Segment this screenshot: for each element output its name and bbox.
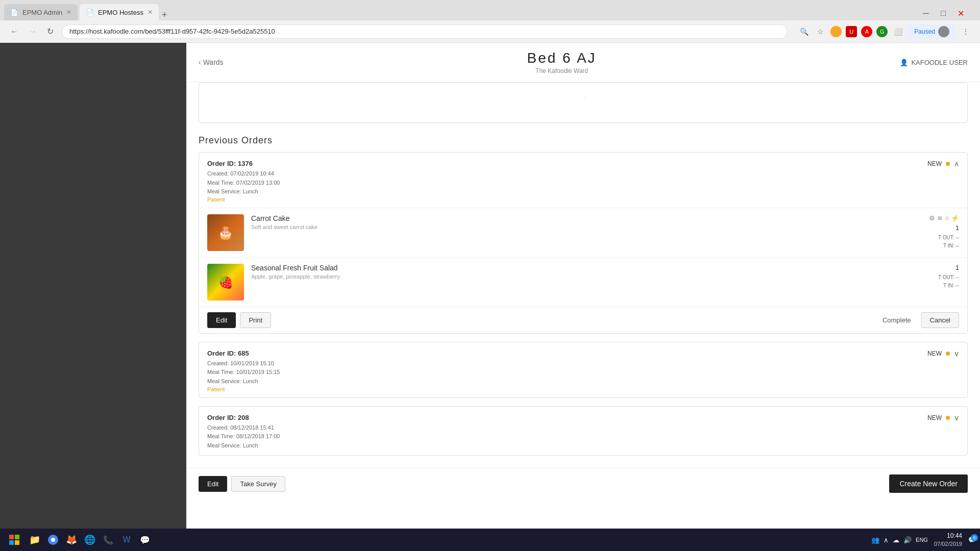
item-image-carrot-cake: 🎂 [207, 214, 244, 251]
order-item-carrot-cake: 🎂 Carrot Cake Soft and sweet carrot cake… [199, 208, 967, 258]
patient-link-685[interactable]: Patient [207, 386, 280, 392]
item-image-fruit-salad: 🍓 [207, 264, 244, 300]
allergen-icon-2: ≋ [937, 214, 943, 222]
paused-button[interactable]: Paused [908, 24, 955, 39]
svg-rect-0 [9, 535, 14, 539]
edit-button-1376[interactable]: Edit [207, 312, 236, 328]
order-created-1376: Created: 07/02/2019 10:44 [207, 169, 280, 179]
order-card-685: Order ID: 685 Created: 10/01/2019 15:10 … [199, 342, 968, 398]
taskbar-firefox[interactable]: 🦊 [63, 532, 80, 548]
taskbar-time: 10:44 [934, 532, 962, 540]
browser-chrome: 📄 EPMO Admin ✕ 📄 EPMO Hostess ✕ + ─ □ ✕ … [0, 0, 980, 43]
section-title-previous-orders: Previous Orders [199, 135, 968, 146]
status-label-685: NEW [927, 350, 942, 357]
cast-icon[interactable]: ⬜ [892, 26, 904, 38]
item-qty-carrot-cake: 1 [955, 224, 959, 232]
edit-footer-button[interactable]: Edit [199, 476, 227, 492]
item-tracker-carrot-cake: T OUT: -- T IN: -- [938, 234, 959, 250]
page-title: Bed 6 AJ [527, 50, 596, 66]
expand-chevron-208[interactable]: ∨ [954, 414, 959, 422]
item-info-carrot-cake: Carrot Cake Soft and sweet carrot cake [251, 214, 891, 230]
forward-button[interactable]: → [27, 25, 39, 38]
order-info-208: Order ID: 208 Created: 08/12/2018 15:41 … [207, 414, 280, 450]
allergen-icon-1: ⚙ [929, 214, 935, 222]
order-item-fruit-salad: 🍓 Seasonal Fresh Fruit Salad Apple, grap… [199, 258, 967, 307]
paused-label: Paused [914, 28, 935, 35]
taskbar-chrome[interactable] [45, 532, 61, 548]
status-label-1376: NEW [927, 160, 942, 167]
page-footer: Edit Take Survey Create New Order [186, 468, 980, 499]
action-left-1376: Edit Print [207, 312, 271, 328]
tab-close-2[interactable]: ✕ [148, 9, 153, 16]
cancel-button-1376[interactable]: Cancel [921, 312, 959, 328]
extension-icon-4: G [876, 26, 888, 37]
tab-epmo-admin[interactable]: 📄 EPMO Admin ✕ [4, 4, 78, 20]
bookmark-icon[interactable]: ☆ [814, 26, 826, 38]
back-button[interactable]: ← [8, 25, 20, 38]
order-actions-1376: Edit Print Complete Cancel [199, 307, 967, 333]
maximize-button[interactable]: □ [936, 6, 950, 20]
t-in-label-fruit-salad: T IN: -- [938, 282, 959, 290]
item-meta-fruit-salad: 1 T OUT: -- T IN: -- [898, 264, 959, 290]
taskbar-ie[interactable]: 🌐 [82, 532, 98, 548]
tab-label-1: EPMO Admin [22, 9, 62, 16]
order-id-1376: Order ID: 1376 [207, 160, 280, 167]
complete-button-1376[interactable]: Complete [876, 312, 917, 328]
status-label-208: NEW [927, 414, 942, 421]
svg-rect-3 [15, 540, 19, 545]
item-name-carrot-cake: Carrot Cake [251, 214, 891, 222]
tab-epmo-hostess[interactable]: 📄 EPMO Hostess ✕ [80, 4, 159, 20]
chevron-icon[interactable]: ∧ [884, 536, 889, 544]
item-icons-carrot-cake: ⚙ ≋ ○ ⚡ [929, 214, 959, 222]
volume-icon[interactable]: 🔊 [903, 536, 912, 544]
profile-icon[interactable]: ⋮ [960, 26, 972, 38]
tab-label-2: EPMO Hostess [98, 9, 143, 16]
order-items-1376: 🎂 Carrot Cake Soft and sweet carrot cake… [199, 208, 967, 307]
back-to-wards-link[interactable]: ‹ Wards [199, 58, 224, 66]
taskbar-time-section: 10:44 07/02/2019 [934, 532, 962, 548]
order-meta-208: Created: 08/12/2018 15:41 Meal Time: 08/… [207, 423, 280, 450]
order-created-208: Created: 08/12/2018 15:41 [207, 423, 280, 433]
minimize-button[interactable]: ─ [919, 6, 933, 20]
order-header-208: Order ID: 208 Created: 08/12/2018 15:41 … [199, 407, 967, 456]
status-dot-1376 [946, 162, 950, 166]
address-input[interactable] [62, 24, 788, 39]
wifi-icon: ☁ [893, 536, 899, 544]
order-created-685: Created: 10/01/2019 15:10 [207, 359, 280, 368]
user-section[interactable]: 👤 KAFOODLE USER [900, 59, 968, 66]
print-button-1376[interactable]: Print [240, 312, 271, 328]
order-meal-time-685: Meal Time: 10/01/2019 15:15 [207, 368, 280, 377]
order-card-208: Order ID: 208 Created: 08/12/2018 15:41 … [199, 406, 968, 456]
reload-button[interactable]: ↻ [45, 24, 56, 38]
left-panel [0, 43, 186, 531]
taskbar-word[interactable]: W [118, 532, 135, 548]
item-info-fruit-salad: Seasonal Fresh Fruit Salad Apple, grape,… [251, 264, 891, 280]
order-meta-685: Created: 10/01/2019 15:10 Meal Time: 10/… [207, 359, 280, 386]
create-new-order-button[interactable]: Create New Order [889, 474, 968, 493]
expand-chevron-685[interactable]: ∨ [954, 349, 959, 358]
network-icon: 👥 [871, 536, 879, 544]
language-label: ENG [916, 537, 928, 543]
item-tracker-fruit-salad: T OUT: -- T IN: -- [938, 273, 959, 290]
taskbar-skype-blue[interactable]: 💬 [137, 532, 153, 548]
order-info-1376: Order ID: 1376 Created: 07/02/2019 10:44… [207, 160, 280, 203]
taskbar-file-explorer[interactable]: 📁 [27, 532, 43, 548]
take-survey-button[interactable]: Take Survey [231, 476, 285, 492]
extension-icon-1 [830, 26, 842, 37]
order-id-685: Order ID: 685 [207, 349, 280, 357]
user-label: KAFOODLE USER [911, 59, 968, 66]
order-status-1376: NEW ∧ [927, 160, 959, 168]
item-meta-carrot-cake: ⚙ ≋ ○ ⚡ 1 T OUT: -- T IN: -- [898, 214, 959, 250]
patient-link-1376[interactable]: Patient [207, 196, 280, 203]
search-icon[interactable]: 🔍 [798, 26, 810, 38]
close-button[interactable]: ✕ [953, 6, 968, 20]
app-header: ‹ Wards Bed 6 AJ The Kafoodle Ward 👤 KAF… [186, 43, 980, 82]
taskbar-skype-red[interactable]: 📞 [100, 532, 116, 548]
allergen-icon-4: ⚡ [951, 214, 959, 222]
tab-close-1[interactable]: ✕ [66, 9, 71, 16]
new-tab-button[interactable]: + [159, 10, 170, 20]
expand-chevron-1376[interactable]: ∧ [954, 160, 959, 168]
start-button[interactable] [4, 531, 24, 549]
notification-icon[interactable]: 💬 6 [968, 536, 976, 543]
taskbar-date: 07/02/2019 [934, 540, 962, 548]
